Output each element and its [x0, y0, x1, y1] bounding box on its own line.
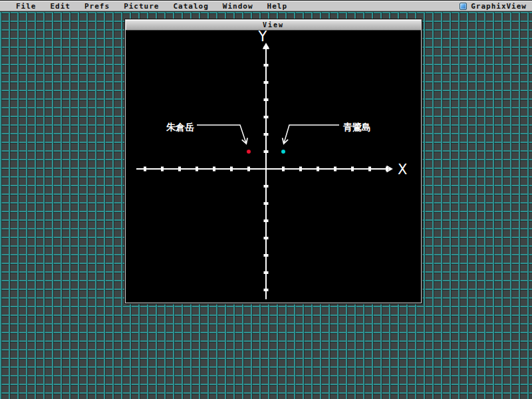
x-axis-label: X — [398, 162, 407, 178]
x-axis-tick — [161, 167, 164, 172]
x-axis-tick — [178, 167, 181, 172]
app-icon — [460, 3, 467, 10]
y-axis-tick — [264, 219, 269, 222]
x-axis-tick — [351, 167, 354, 172]
x-axis-tick — [230, 167, 233, 172]
y-axis-tick — [264, 185, 269, 188]
menu-picture[interactable]: Picture — [124, 2, 159, 11]
y-axis-tick — [264, 150, 269, 153]
y-axis-tick — [264, 81, 269, 84]
y-axis-tick — [264, 271, 269, 274]
data-point[interactable] — [247, 150, 251, 154]
menu-window[interactable]: Window — [223, 2, 253, 11]
y-axis-tick — [264, 202, 269, 205]
callout-leader-line — [284, 125, 339, 143]
x-axis-tick — [213, 167, 215, 172]
x-axis-tick — [299, 167, 302, 172]
y-axis-tick — [264, 64, 269, 66]
x-axis-tick — [196, 167, 198, 172]
data-point[interactable] — [281, 150, 285, 154]
menu-catalog[interactable]: Catalog — [173, 2, 208, 11]
y-axis-tick — [264, 289, 269, 291]
point-label: 朱倉岳 — [166, 122, 194, 132]
x-axis-tick — [144, 167, 146, 172]
x-axis-tick — [334, 167, 336, 172]
y-axis-tick — [264, 98, 269, 101]
point-label: 青鷺島 — [342, 122, 371, 132]
window-title: View — [263, 21, 284, 29]
window-title-bar[interactable]: View — [126, 20, 421, 31]
plot-canvas[interactable]: XY朱倉岳青鷺島 — [126, 31, 421, 303]
view-window: View XY朱倉岳青鷺島 — [125, 19, 422, 303]
y-axis-tick — [264, 237, 269, 239]
x-axis-tick — [317, 167, 319, 172]
menu-edit[interactable]: Edit — [51, 2, 71, 11]
y-axis-tick — [264, 133, 269, 136]
y-axis-tick — [264, 47, 269, 49]
y-axis-tick — [264, 116, 269, 118]
x-axis-tick — [247, 167, 250, 172]
menu-prefs[interactable]: Prefs — [84, 2, 110, 11]
menu-bar: File Edit Prefs Picture Catalog Window H… — [0, 0, 532, 12]
menu-file[interactable]: File — [16, 2, 37, 11]
callout-leader-line — [197, 125, 246, 143]
menu-help[interactable]: Help — [267, 2, 288, 11]
x-axis-tick — [282, 167, 285, 172]
app-name-label: GraphixView — [471, 2, 527, 11]
x-axis-tick — [368, 167, 371, 172]
application-menu[interactable]: GraphixView — [460, 2, 532, 11]
desktop-background: File Edit Prefs Picture Catalog Window H… — [0, 0, 532, 399]
menu-items: File Edit Prefs Picture Catalog Window H… — [0, 2, 287, 11]
x-axis-tick — [386, 167, 388, 172]
y-axis-tick — [264, 254, 269, 257]
y-axis-label: Y — [258, 31, 267, 45]
scatter-plot[interactable]: XY朱倉岳青鷺島 — [126, 31, 421, 303]
